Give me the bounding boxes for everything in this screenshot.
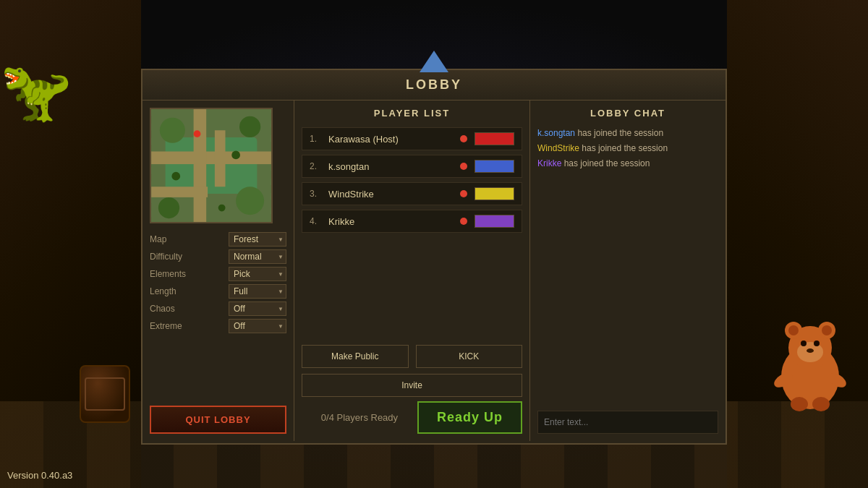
chaos-label: Chaos — [150, 304, 197, 314]
list-item: WindStrike has joined the session — [537, 142, 718, 155]
svg-point-20 — [160, 118, 185, 143]
make-public-button[interactable]: Make Public — [302, 345, 409, 368]
length-select[interactable]: ShortFullLong — [229, 284, 286, 299]
svg-point-23 — [158, 197, 179, 218]
svg-rect-18 — [151, 187, 208, 197]
left-panel: Map ForestDesertIce Difficulty EasyNorma… — [142, 100, 294, 441]
action-buttons: Make Public KICK — [302, 345, 522, 368]
extreme-select[interactable]: OffOn — [229, 319, 286, 333]
player-color-swatch[interactable] — [475, 160, 514, 173]
svg-rect-19 — [215, 130, 226, 187]
player-color-swatch[interactable] — [475, 132, 514, 145]
lobby-title-bar: LOBBY — [142, 70, 726, 100]
svg-point-26 — [231, 151, 240, 160]
ready-up-button[interactable]: Ready Up — [417, 401, 522, 434]
setting-row-length: Length ShortFullLong — [150, 284, 286, 299]
difficulty-select-wrapper[interactable]: EasyNormalHard — [229, 249, 286, 264]
map-label: Map — [150, 234, 197, 244]
chat-text: has joined the session — [577, 128, 663, 138]
map-select[interactable]: ForestDesertIce — [229, 232, 286, 247]
player-name: k.songtan — [328, 161, 453, 172]
svg-point-21 — [236, 187, 264, 215]
player-status-dot — [460, 135, 467, 142]
player-status-dot — [460, 218, 467, 225]
map-select-wrapper[interactable]: ForestDesertIce — [229, 232, 286, 247]
svg-point-22 — [239, 116, 260, 137]
svg-point-13 — [812, 397, 830, 411]
map-preview — [150, 108, 273, 223]
setting-row-elements: Elements PickRandom — [150, 267, 286, 281]
svg-point-4 — [788, 325, 799, 335]
svg-point-8 — [814, 341, 820, 346]
svg-point-27 — [218, 205, 226, 212]
svg-rect-15 — [166, 137, 258, 194]
player-number: 2. — [310, 161, 321, 171]
player-number: 4. — [310, 216, 321, 226]
chat-messages: k.songtan has joined the session WindStr… — [537, 127, 718, 405]
invite-button[interactable]: Invite — [302, 374, 522, 397]
map-svg — [151, 109, 271, 222]
setting-row-chaos: Chaos OffOn — [150, 301, 286, 316]
lobby-title: LOBBY — [406, 77, 462, 92]
setting-row-extreme: Extreme OffOn — [150, 319, 286, 333]
version-label: Version 0.40.a3 — [7, 470, 72, 481]
chat-text: has joined the session — [564, 158, 650, 168]
length-select-wrapper[interactable]: ShortFullLong — [229, 284, 286, 299]
svg-point-7 — [801, 341, 807, 346]
player-list-title: PLAYER LIST — [302, 108, 522, 119]
player-status-dot — [460, 190, 467, 197]
chat-input[interactable] — [537, 411, 718, 434]
player-name: Krikke — [328, 216, 453, 227]
chaos-select[interactable]: OffOn — [229, 301, 286, 316]
table-row: 1. Karawasa (Host) — [302, 127, 522, 150]
lobby-content: Map ForestDesertIce Difficulty EasyNorma… — [142, 100, 726, 441]
setting-row-map: Map ForestDesertIce — [150, 232, 286, 247]
player-number: 3. — [310, 189, 321, 199]
quit-lobby-button[interactable]: QUIT LOBBY — [150, 406, 286, 434]
svg-point-24 — [194, 130, 201, 137]
difficulty-select[interactable]: EasyNormalHard — [229, 249, 286, 264]
player-color-swatch[interactable] — [475, 187, 514, 200]
invite-row: Invite — [302, 374, 522, 397]
chat-username-krikke: Krikke — [537, 158, 561, 168]
list-item: Krikke has joined the session — [537, 158, 718, 170]
bottom-row: 0/4 Players Ready Ready Up — [302, 401, 522, 434]
player-name: WindStrike — [328, 189, 453, 200]
svg-point-9 — [807, 348, 814, 353]
elements-select-wrapper[interactable]: PickRandom — [229, 267, 286, 281]
middle-panel: PLAYER LIST 1. Karawasa (Host) 2. k.song… — [294, 100, 530, 441]
bear-character-icon — [770, 312, 850, 416]
table-row: 3. WindStrike — [302, 182, 522, 205]
chat-username-ksongtan: k.songtan — [537, 128, 575, 138]
player-list: 1. Karawasa (Host) 2. k.songtan 3. WindS… — [302, 127, 522, 336]
chat-username-windstrike: WindStrike — [537, 143, 579, 153]
lobby-chat-title: LOBBY CHAT — [537, 108, 718, 119]
lobby-panel: LOBBY — [141, 69, 727, 445]
players-ready-text: 0/4 Players Ready — [302, 412, 417, 423]
player-number: 1. — [310, 134, 321, 144]
difficulty-label: Difficulty — [150, 252, 197, 262]
svg-rect-17 — [194, 109, 207, 222]
extreme-label: Extreme — [150, 321, 197, 331]
length-label: Length — [150, 286, 197, 296]
elements-select[interactable]: PickRandom — [229, 267, 286, 281]
svg-point-25 — [171, 172, 180, 181]
setting-row-difficulty: Difficulty EasyNormalHard — [150, 249, 286, 264]
svg-rect-16 — [151, 152, 271, 165]
character-left-icon: 🦖 — [0, 58, 72, 126]
chat-text: has joined the session — [582, 143, 668, 153]
barrel-decoration — [80, 365, 130, 423]
player-status-dot — [460, 163, 467, 170]
map-canvas — [151, 109, 271, 222]
settings-grid: Map ForestDesertIce Difficulty EasyNorma… — [150, 232, 286, 333]
list-item: k.songtan has joined the session — [537, 127, 718, 140]
svg-point-12 — [791, 397, 808, 411]
player-color-swatch[interactable] — [475, 215, 514, 228]
chaos-select-wrapper[interactable]: OffOn — [229, 301, 286, 316]
right-panel: LOBBY CHAT k.songtan has joined the sess… — [530, 100, 726, 441]
elements-label: Elements — [150, 269, 197, 279]
table-row: 4. Krikke — [302, 210, 522, 233]
kick-button[interactable]: KICK — [416, 345, 523, 368]
extreme-select-wrapper[interactable]: OffOn — [229, 319, 286, 333]
player-name: Karawasa (Host) — [328, 134, 453, 145]
